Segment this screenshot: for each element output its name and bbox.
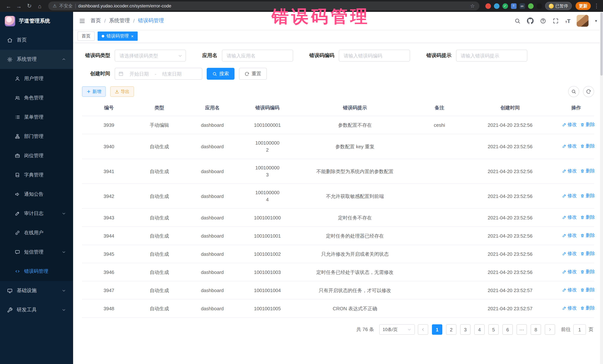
browser-back-button[interactable]: ← xyxy=(4,1,13,11)
page-button[interactable]: 6 xyxy=(502,324,513,335)
error-msg-input[interactable] xyxy=(456,50,527,62)
extension-icon-green-check[interactable]: ✓ xyxy=(502,3,508,9)
goto-page-input[interactable] xyxy=(573,324,586,335)
font-size-icon[interactable]: тT xyxy=(565,18,570,24)
extension-icon-red[interactable] xyxy=(485,3,491,9)
extension-icon-grid[interactable]: ⠿ xyxy=(511,3,516,9)
page-button[interactable]: 4 xyxy=(474,324,485,335)
search-icon[interactable] xyxy=(514,18,521,24)
sidebar-item-users[interactable]: 用户管理 xyxy=(0,69,73,88)
caret-down-icon[interactable]: ▾ xyxy=(595,18,597,23)
delete-link[interactable]: 删除 xyxy=(580,214,595,221)
edit-link[interactable]: 修改 xyxy=(562,167,577,175)
edit-link[interactable]: 修改 xyxy=(562,232,577,239)
sidebar-item-home[interactable]: 首页 xyxy=(0,30,73,50)
help-icon[interactable] xyxy=(540,18,546,24)
sidebar-item-menus[interactable]: 菜单管理 xyxy=(0,108,73,127)
tab-home[interactable]: 首页 xyxy=(78,32,95,41)
breadcrumb-system[interactable]: 系统管理 xyxy=(109,17,130,24)
delete-link[interactable]: 删除 xyxy=(580,192,595,199)
delete-link[interactable]: 删除 xyxy=(580,143,595,150)
pagination-ellipsis[interactable]: ··· xyxy=(517,324,527,335)
page-button[interactable]: 8 xyxy=(531,324,541,335)
reset-button[interactable]: 重置 xyxy=(239,68,267,80)
sidebar-item-posts[interactable]: 岗位管理 xyxy=(0,146,73,165)
table-row[interactable]: 3946 自动生成 dashboard 1001001003 定时任务已经处于该… xyxy=(82,263,594,281)
sidebar-item-notice[interactable]: 通知公告 xyxy=(0,185,73,204)
bookmark-star-icon[interactable]: ☆ xyxy=(470,3,475,9)
sidebar-item-system[interactable]: 系统管理 xyxy=(0,50,73,69)
table-row[interactable]: 3944 自动生成 dashboard 1001001001 定时任务的处理器已… xyxy=(82,227,594,245)
delete-link[interactable]: 删除 xyxy=(580,287,595,294)
tab-error-code[interactable]: 错误码管理 × xyxy=(98,32,138,41)
page-button[interactable]: 2 xyxy=(446,324,456,335)
app-logo[interactable]: 芋道管理系统 xyxy=(0,12,73,30)
paused-badge[interactable]: 已暂停 xyxy=(545,2,572,10)
browser-forward-button[interactable]: → xyxy=(14,1,24,11)
sidebar-item-dict[interactable]: 字典管理 xyxy=(0,165,73,185)
edit-link[interactable]: 修改 xyxy=(562,214,577,221)
sidebar-item-infra[interactable]: 基础设施 xyxy=(0,281,73,300)
sidebar-item-error-code[interactable]: 错误码管理 xyxy=(0,262,73,281)
table-row[interactable]: 3940 自动生成 dashboard 100100000 2 参数配置 key… xyxy=(82,134,594,159)
sidebar-item-sms[interactable]: 短信管理 xyxy=(0,243,73,262)
extension-icon-on-badge[interactable]: on xyxy=(519,3,525,9)
search-toggle-button[interactable] xyxy=(568,86,579,97)
browser-reload-button[interactable]: ↻ xyxy=(24,1,34,11)
edit-link[interactable]: 修改 xyxy=(562,121,577,128)
next-page-button[interactable] xyxy=(545,324,555,335)
page-button[interactable]: 5 xyxy=(488,324,499,335)
browser-menu-icon[interactable]: ⋮ xyxy=(594,3,599,9)
sidebar-item-roles[interactable]: 角色管理 xyxy=(0,88,73,108)
table-row[interactable]: 3943 自动生成 dashboard 1001001000 定时任务不存在 2… xyxy=(82,209,594,227)
table-row[interactable]: 3941 自动生成 dashboard 100100000 3 不能删除类型为系… xyxy=(82,159,594,184)
delete-link[interactable]: 删除 xyxy=(580,305,595,312)
delete-link[interactable]: 删除 xyxy=(580,268,595,276)
delete-link[interactable]: 删除 xyxy=(580,121,595,128)
address-bar[interactable]: ⚠ 不安全 dashboard.yudao.iocoder.cn/system/… xyxy=(48,1,479,10)
app-name-input[interactable] xyxy=(222,50,293,62)
avatar[interactable] xyxy=(577,15,589,27)
table-row[interactable]: 3939 手动编辑 dashboard 1001000001 参数配置不存在 c… xyxy=(82,116,594,134)
edit-link[interactable]: 修改 xyxy=(562,287,577,294)
page-button[interactable]: 3 xyxy=(460,324,471,335)
browser-update-button[interactable]: 更新 xyxy=(576,2,591,10)
extension-icon-blue[interactable] xyxy=(494,3,499,9)
edit-link[interactable]: 修改 xyxy=(562,305,577,312)
breadcrumb-home[interactable]: 首页 xyxy=(91,17,101,24)
delete-link[interactable]: 删除 xyxy=(580,167,595,175)
add-button[interactable]: 新增 xyxy=(82,86,106,97)
page-scrollbar[interactable] xyxy=(600,12,603,364)
browser-home-button[interactable]: ⌂ xyxy=(35,1,45,11)
page-button[interactable]: 1 xyxy=(432,324,442,335)
error-type-select[interactable] xyxy=(115,50,186,62)
prev-page-button[interactable] xyxy=(418,324,428,335)
github-icon[interactable] xyxy=(527,17,534,24)
fullscreen-icon[interactable] xyxy=(553,18,559,24)
refresh-table-button[interactable] xyxy=(583,86,594,97)
sidebar-item-online-users[interactable]: 在线用户 xyxy=(0,223,73,243)
extension-icon-leaf[interactable] xyxy=(528,3,533,9)
sidebar-item-dev-tools[interactable]: 研发工具 xyxy=(0,300,73,320)
table-row[interactable]: 3947 自动生成 dashboard 1001001004 只有开启状态的任务… xyxy=(82,281,594,299)
scrollbar-thumb[interactable] xyxy=(600,13,603,76)
extension-icon-paw[interactable] xyxy=(536,3,542,9)
edit-link[interactable]: 修改 xyxy=(562,143,577,150)
table-row[interactable]: 3948 自动生成 dashboard 1001001005 CRON 表达式不… xyxy=(82,299,594,318)
table-row[interactable]: 3945 自动生成 dashboard 1001001002 只允许修改为开启或… xyxy=(82,245,594,263)
sidebar-item-depts[interactable]: 部门管理 xyxy=(0,127,73,146)
start-date-input[interactable] xyxy=(126,71,153,77)
edit-link[interactable]: 修改 xyxy=(562,268,577,276)
hamburger-icon[interactable] xyxy=(79,18,85,24)
close-icon[interactable]: × xyxy=(131,34,134,38)
table-row[interactable]: 3942 自动生成 dashboard 100100000 4 不允许获取敏感配… xyxy=(82,184,594,209)
page-size-select[interactable]: 10条/页 xyxy=(379,324,415,335)
error-code-input[interactable] xyxy=(339,50,410,62)
delete-link[interactable]: 删除 xyxy=(580,232,595,239)
export-button[interactable]: 导出 xyxy=(110,86,134,97)
sidebar-item-audit-log[interactable]: 审计日志 xyxy=(0,204,73,223)
delete-link[interactable]: 删除 xyxy=(580,250,595,257)
date-range-picker[interactable]: - xyxy=(115,68,202,80)
edit-link[interactable]: 修改 xyxy=(562,192,577,199)
end-date-input[interactable] xyxy=(158,71,186,77)
